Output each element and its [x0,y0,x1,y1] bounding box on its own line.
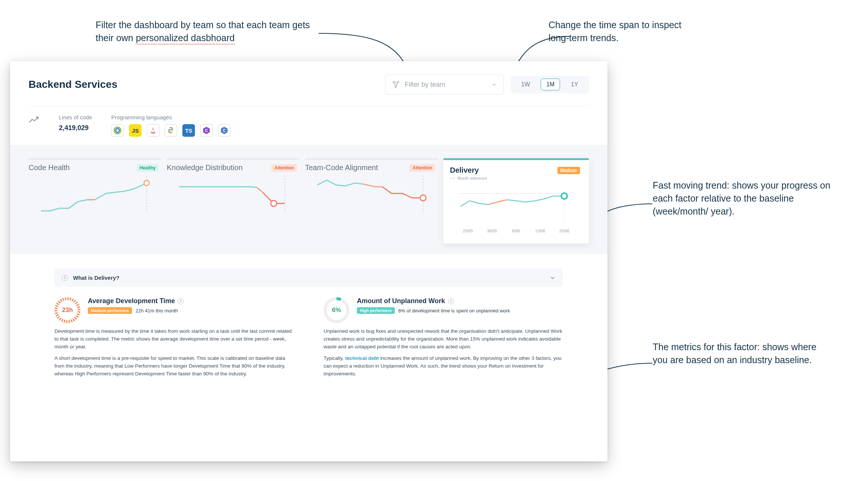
performance-badge: Medium performers [88,307,132,314]
svg-text:6/06: 6/06 [512,229,520,233]
chevron-down-icon [550,275,556,281]
tile-title: Code Health [29,163,70,172]
filter-placeholder: Filter by team [405,81,445,89]
summary-languages: Programming languages JS TS C C [111,114,231,137]
tile-title: Delivery [450,166,479,175]
sparkline [167,172,299,216]
funnel-icon [392,81,400,88]
metric-paragraph: A short development time is a pre-requis… [54,355,294,378]
tile-delivery[interactable]: Delivery Medium Month reference 23/05 [443,158,589,243]
performance-badge: High performers [357,307,395,314]
metric-paragraph: Typically, technical debt increases the … [324,355,563,378]
languages-label: Programming languages [111,114,231,120]
loc-value: 2,419,029 [59,124,92,132]
metric-title: Average Development Time i [88,297,184,305]
delivery-details: i What is Delivery? 23h Average Developm… [10,254,607,382]
metric-subtext: 6% of development time is spent on unpla… [398,308,510,314]
sparkline [29,172,161,216]
loc-label: Lines of code [59,114,92,120]
svg-point-19 [561,193,567,199]
timespan-toggle: 1W 1M 1Y [510,76,589,93]
svg-point-10 [271,200,277,206]
lang-cpp-icon: C [218,124,231,137]
svg-point-8 [144,180,149,186]
info-icon[interactable]: i [448,298,454,304]
trend-up-icon [29,116,40,124]
svg-text:30/05: 30/05 [487,229,497,233]
annotation-filter: Filter the dashboard by team so that eac… [96,19,318,44]
annotation-timespan: Change the time span to inspect long-ter… [549,19,704,44]
metric-subtext: 22h 41m this month [136,308,178,314]
lang-javascript-icon: JS [129,124,142,137]
svg-point-12 [420,195,426,201]
tile-title: Knowledge Distribution [167,163,243,172]
svg-point-2 [170,128,170,129]
info-icon[interactable]: i [178,298,184,304]
svg-point-1 [116,129,119,132]
lang-java-icon [147,124,159,137]
timespan-1m[interactable]: 1M [541,79,560,90]
svg-text:13/06: 13/06 [535,229,546,233]
lang-clojure-icon [111,124,124,137]
sparkline [305,172,437,216]
lang-typescript-icon: TS [182,124,195,137]
factor-tiles: Code Health Healthy Knowledge Distributi… [10,145,607,254]
metric-unplanned-work: 6% Amount of Unplanned Work i High perfo… [324,297,563,382]
metric-paragraph: Development time is measured by the time… [54,328,294,351]
status-badge: Medium [557,167,580,174]
timespan-1y[interactable]: 1Y [565,79,584,90]
metric-paragraph: Unplanned work is bug fixes and unexpect… [324,328,563,351]
tile-code-health[interactable]: Code Health Healthy [29,158,161,243]
delivery-chart: 23/05 30/05 6/06 13/06 20/06 [450,180,582,236]
summary-row: Lines of code 2,419,029 Programming lang… [10,106,607,145]
lang-python-icon [165,124,177,137]
metric-title: Amount of Unplanned Work i [357,297,510,305]
info-icon: i [62,275,68,281]
status-badge: Attention [410,164,435,172]
page-title: Backend Services [29,79,117,90]
metric-average-dev-time: 23h Average Development Time i Medium pe… [54,297,294,382]
timespan-1w[interactable]: 1W [516,79,536,90]
tile-team-code-alignment[interactable]: Team-Code Alignment Attention [305,158,437,243]
dashboard-card: Backend Services Filter by team 1W 1M 1Y… [10,61,607,461]
tile-knowledge-distribution[interactable]: Knowledge Distribution Attention [167,158,299,243]
chevron-down-icon [491,82,497,87]
tile-title: Team-Code Alignment [305,163,378,172]
accordion-label: What is Delivery? [73,275,119,281]
summary-lines-of-code: Lines of code 2,419,029 [59,114,92,132]
gauge-unplanned-work: 6% [324,297,349,323]
svg-text:20/06: 20/06 [559,229,570,233]
svg-text:C: C [223,129,226,133]
svg-text:C: C [205,129,208,133]
annotation-trend: Fast moving trend: shows your progress o… [653,179,831,218]
lang-csharp-icon: C [200,124,213,137]
gauge-avg-dev-time: 23h [54,297,80,323]
annotation-metrics: The metrics for this factor: shows where… [653,341,831,366]
technical-debt-link[interactable]: technical debt [345,355,379,361]
status-badge: Healthy [137,164,159,172]
dashboard-header: Backend Services Filter by team 1W 1M 1Y [10,61,607,94]
filter-by-team[interactable]: Filter by team [385,74,504,94]
status-badge: Attention [271,164,297,172]
month-reference-legend: Month reference [450,176,582,180]
svg-text:23/05: 23/05 [463,229,473,233]
what-is-delivery-accordion[interactable]: i What is Delivery? [54,269,563,287]
